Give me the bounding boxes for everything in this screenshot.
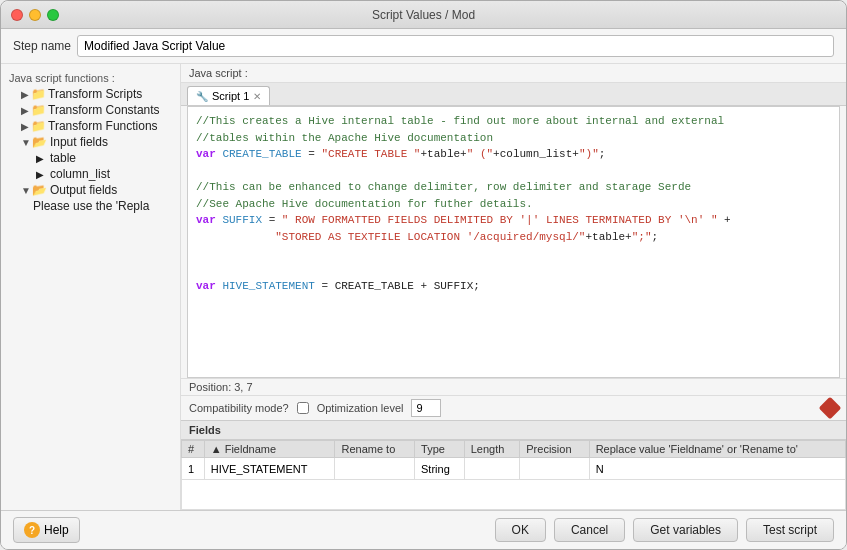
sidebar-item-input-fields[interactable]: ▼ 📂 Input fields [1,134,180,150]
folder-icon: 📂 [33,183,47,197]
code-line-11: var HIVE_STATEMENT = CREATE_TABLE + SUFF… [196,278,831,295]
sidebar: Java script functions : ▶ 📁 Transform Sc… [1,64,181,510]
col-rename: Rename to [335,441,415,458]
sidebar-item-replace-hint: Please use the 'Repla [1,198,180,214]
code-line-7: var SUFFIX = " ROW FORMATTED FIELDS DELI… [196,212,831,229]
close-button[interactable] [11,9,23,21]
sidebar-item-table[interactable]: ▶ table [1,150,180,166]
cell-empty [182,480,846,510]
window-title: Script Values / Mod [372,8,475,22]
folder-icon: 📁 [31,103,45,117]
code-editor[interactable]: //This creates a Hive internal table - f… [187,106,840,378]
arrow-icon: ▼ [21,185,31,196]
sidebar-label-replace-hint: Please use the 'Repla [33,199,149,213]
table-row: 1 HIVE_STATEMENT String N [182,458,846,480]
maximize-button[interactable] [47,9,59,21]
leaf-icon: ▶ [33,167,47,181]
tab-close-icon[interactable]: ✕ [253,91,261,102]
folder-icon: 📂 [33,135,47,149]
step-name-row: Step name [1,29,846,64]
sidebar-item-transform-scripts[interactable]: ▶ 📁 Transform Scripts [1,86,180,102]
cell-num: 1 [182,458,205,480]
sidebar-item-column-list[interactable]: ▶ column_list [1,166,180,182]
cell-type: String [415,458,465,480]
col-num: # [182,441,205,458]
cell-length [464,458,520,480]
arrow-icon: ▶ [21,105,29,116]
code-line-10 [196,262,831,279]
compat-label: Compatibility mode? [189,402,289,414]
compat-checkbox[interactable] [297,402,309,414]
sidebar-label-output-fields: Output fields [50,183,117,197]
arrow-icon: ▶ [21,121,29,132]
get-variables-button[interactable]: Get variables [633,518,738,542]
sidebar-label-transform-scripts: Transform Scripts [48,87,142,101]
help-button[interactable]: ? Help [13,517,80,543]
arrow-icon: ▼ [21,137,31,148]
fields-section: Fields # ▲ Fieldname Rename to Type Leng… [181,420,846,510]
sidebar-item-output-fields[interactable]: ▼ 📂 Output fields [1,182,180,198]
code-line-6: //See Apache Hive documentation for futh… [196,196,831,213]
arrow-icon: ▶ [21,89,29,100]
cancel-button[interactable]: Cancel [554,518,625,542]
sidebar-label-input-fields: Input fields [50,135,108,149]
sidebar-label-column-list: column_list [50,167,110,181]
col-length: Length [464,441,520,458]
compat-row: Compatibility mode? Optimization level [181,395,846,420]
code-line-9 [196,245,831,262]
code-line-3: var CREATE_TABLE = "CREATE TABLE "+table… [196,146,831,163]
code-line-5: //This can be enhanced to change delimit… [196,179,831,196]
code-line-8: "STORED AS TEXTFILE LOCATION '/acquired/… [196,229,831,246]
minimize-button[interactable] [29,9,41,21]
step-name-input[interactable] [77,35,834,57]
position-text: Position: 3, 7 [189,381,253,393]
sidebar-label-table: table [50,151,76,165]
window-controls [11,9,59,21]
col-precision: Precision [520,441,589,458]
test-script-button[interactable]: Test script [746,518,834,542]
folder-icon: 📁 [31,119,45,133]
step-name-label: Step name [13,39,71,53]
diamond-icon[interactable] [819,397,842,420]
col-fieldname[interactable]: ▲ Fieldname [204,441,335,458]
tab-script1[interactable]: 🔧 Script 1 ✕ [187,86,270,105]
js-label: Java script : [181,64,846,83]
sidebar-label-transform-functions: Transform Functions [48,119,158,133]
sidebar-label-transform-constants: Transform Constants [48,103,160,117]
title-bar: Script Values / Mod [1,1,846,29]
position-bar: Position: 3, 7 [181,378,846,395]
ok-button[interactable]: OK [495,518,546,542]
code-line-1: //This creates a Hive internal table - f… [196,113,831,130]
code-line-2: //tables within the Apache Hive document… [196,130,831,147]
col-replace: Replace value 'Fieldname' or 'Rename to' [589,441,845,458]
sidebar-item-transform-functions[interactable]: ▶ 📁 Transform Functions [1,118,180,134]
right-panel: Java script : 🔧 Script 1 ✕ //This create… [181,64,846,510]
tab-label: Script 1 [212,90,249,102]
fields-table: # ▲ Fieldname Rename to Type Length Prec… [181,440,846,510]
col-type: Type [415,441,465,458]
cell-rename [335,458,415,480]
sidebar-item-transform-constants[interactable]: ▶ 📁 Transform Constants [1,102,180,118]
opt-label: Optimization level [317,402,404,414]
help-label: Help [44,523,69,537]
fields-header: Fields [181,421,846,440]
main-area: Java script functions : ▶ 📁 Transform Sc… [1,64,846,510]
cell-fieldname: HIVE_STATEMENT [204,458,335,480]
tabs-bar: 🔧 Script 1 ✕ [181,83,846,106]
code-line-4 [196,163,831,180]
cell-precision [520,458,589,480]
folder-icon: 📁 [31,87,45,101]
script-icon: 🔧 [196,91,208,102]
sidebar-header: Java script functions : [1,68,180,86]
footer: ? Help OK Cancel Get variables Test scri… [1,510,846,549]
help-icon: ? [24,522,40,538]
main-window: Script Values / Mod Step name Java scrip… [0,0,847,550]
cell-replace: N [589,458,845,480]
opt-input[interactable] [411,399,441,417]
leaf-icon: ▶ [33,151,47,165]
table-row-empty [182,480,846,510]
